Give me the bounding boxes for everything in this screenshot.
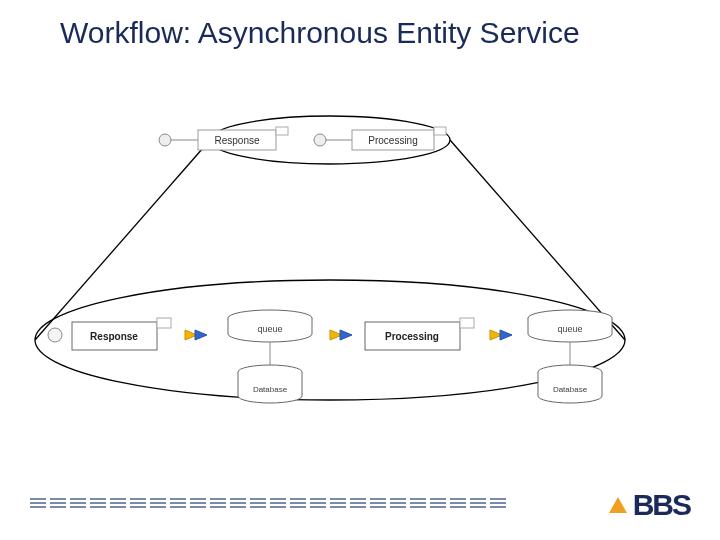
database-1-label: Database bbox=[253, 385, 288, 394]
queue-icon-2: queue bbox=[528, 310, 612, 342]
arrow-icon bbox=[185, 330, 207, 340]
bottom-response-label: Response bbox=[90, 331, 138, 342]
svg-line-3 bbox=[450, 140, 625, 340]
svg-point-12 bbox=[48, 328, 62, 342]
bottom-processing-label: Processing bbox=[385, 331, 439, 342]
queue-icon-1: queue bbox=[228, 310, 312, 342]
database-icon-2: Database bbox=[538, 342, 602, 403]
top-response-label: Response bbox=[214, 135, 259, 146]
svg-marker-16 bbox=[195, 330, 207, 340]
svg-rect-23 bbox=[460, 318, 474, 328]
brand-logo: BBS bbox=[609, 488, 690, 522]
svg-point-4 bbox=[159, 134, 171, 146]
svg-point-8 bbox=[314, 134, 326, 146]
top-processing-label: Processing bbox=[368, 135, 417, 146]
svg-rect-7 bbox=[276, 127, 288, 135]
slide-title: Workflow: Asynchronous Entity Service bbox=[60, 15, 580, 51]
database-2-label: Database bbox=[553, 385, 588, 394]
workflow-diagram: Response Processing Response queue Datab… bbox=[0, 100, 720, 440]
svg-marker-21 bbox=[340, 330, 352, 340]
logo-text: BBS bbox=[633, 488, 690, 522]
svg-rect-14 bbox=[157, 318, 171, 328]
svg-line-2 bbox=[35, 140, 210, 340]
svg-rect-11 bbox=[434, 127, 446, 135]
queue-1-label: queue bbox=[257, 324, 282, 334]
arrow-icon bbox=[330, 330, 352, 340]
database-icon-1: Database bbox=[238, 342, 302, 403]
svg-marker-25 bbox=[500, 330, 512, 340]
arrow-icon bbox=[490, 330, 512, 340]
logo-triangle-icon bbox=[609, 497, 627, 513]
queue-2-label: queue bbox=[557, 324, 582, 334]
footer: BBS bbox=[0, 480, 720, 540]
dash-decoration bbox=[30, 498, 530, 510]
